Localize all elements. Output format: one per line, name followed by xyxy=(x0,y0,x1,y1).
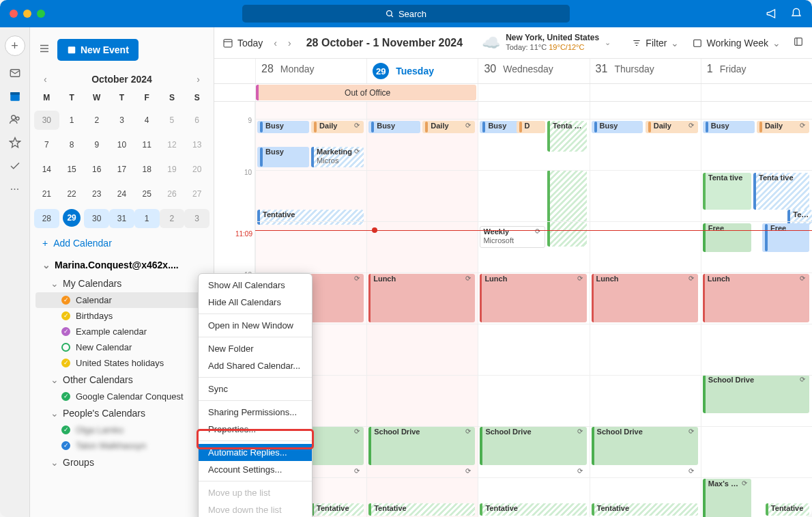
event[interactable]: Tenta tive xyxy=(753,173,809,210)
context-menu-item[interactable]: Sharing Permissions... xyxy=(199,404,312,421)
event[interactable]: School Drive⟳ xyxy=(368,427,475,465)
today-button[interactable]: Today xyxy=(222,38,263,48)
minical-day[interactable]: 13 xyxy=(184,135,209,154)
minical-day[interactable]: 2 xyxy=(84,111,109,130)
event[interactable]: Tentative xyxy=(766,503,809,516)
context-menu-item[interactable]: Open in New Window xyxy=(199,317,312,334)
calendar-icon[interactable] xyxy=(8,90,22,102)
event[interactable]: Busy xyxy=(257,121,309,133)
minical-day[interactable]: 11 xyxy=(134,135,160,154)
minical-day[interactable]: 23 xyxy=(84,184,109,204)
event[interactable]: Busy xyxy=(592,121,643,133)
minical-day[interactable]: 24 xyxy=(109,184,134,204)
minical-day[interactable]: 5 xyxy=(160,111,185,130)
calendar-item[interactable]: ✓Calendar xyxy=(35,292,208,308)
context-menu-item[interactable]: Properties... xyxy=(199,421,312,438)
event[interactable]: School Drive⟳ xyxy=(592,427,698,465)
calendar-group[interactable]: ⌄Other Calendars xyxy=(35,371,208,389)
minical-day[interactable]: 10 xyxy=(109,135,134,154)
event[interactable]: Tentative xyxy=(592,503,698,516)
minical-day[interactable]: 3 xyxy=(109,111,134,130)
calendar-item[interactable]: New Calendar xyxy=(35,339,208,355)
calendar-item[interactable]: ✓Birthdays xyxy=(35,308,208,324)
checkmark-icon[interactable] xyxy=(8,160,22,172)
event[interactable]: Daily⟳ xyxy=(422,121,475,133)
event[interactable]: Lunch⟳ xyxy=(368,274,475,322)
event[interactable]: Tentative xyxy=(480,503,586,516)
minical-day[interactable]: 25 xyxy=(134,184,160,204)
event[interactable]: Busy xyxy=(257,147,309,167)
new-event-button[interactable]: New Event xyxy=(57,39,139,61)
more-icon[interactable]: ··· xyxy=(8,183,22,195)
minical-day[interactable]: 3 xyxy=(184,209,209,228)
minical-day[interactable]: 30 xyxy=(84,209,109,228)
minical-day[interactable]: 30 xyxy=(34,111,59,130)
minical-day[interactable]: 20 xyxy=(184,160,209,179)
event[interactable]: Tenta xyxy=(787,210,812,225)
minical-day[interactable]: 18 xyxy=(134,160,160,179)
mail-icon[interactable] xyxy=(8,67,22,79)
account-row[interactable]: ⌄ Marina.Conquest@x462x.... xyxy=(35,255,208,275)
day-header[interactable]: 28Monday xyxy=(255,59,366,83)
context-menu-item[interactable]: Automatic Replies... xyxy=(199,444,312,461)
minical-day[interactable]: 7 xyxy=(34,135,59,154)
event[interactable]: Busy xyxy=(368,121,420,133)
event[interactable]: Daily⟳ xyxy=(646,121,698,133)
calendar-group[interactable]: ⌄My Calendars xyxy=(35,275,208,292)
compose-button[interactable]: + xyxy=(5,36,25,56)
minical-day[interactable]: 4 xyxy=(134,111,160,130)
megaphone-icon[interactable] xyxy=(766,8,778,20)
event[interactable]: Lunch⟳ xyxy=(703,274,809,322)
calendar-item[interactable]: ✓Google Calendar Conquest xyxy=(35,389,208,404)
minical-day[interactable]: 1 xyxy=(59,111,85,130)
event[interactable]: Free xyxy=(762,223,809,252)
minical-day[interactable]: 14 xyxy=(34,160,59,179)
event[interactable]: School Drive⟳ xyxy=(703,375,809,413)
event[interactable] xyxy=(547,170,587,247)
event[interactable]: WeeklyMicrosoft⟳ xyxy=(480,226,545,248)
day-header[interactable]: 1Friday xyxy=(701,59,812,83)
minical-next[interactable]: › xyxy=(194,72,203,86)
event[interactable]: Lunch⟳ xyxy=(592,274,698,322)
next-week[interactable]: › xyxy=(284,36,295,50)
event[interactable]: Tentative xyxy=(257,210,364,225)
calendar-item[interactable]: ✓United States holidays xyxy=(35,355,208,371)
minical-day[interactable]: 6 xyxy=(184,111,209,130)
event[interactable]: Tentative xyxy=(311,503,364,516)
bell-icon[interactable] xyxy=(790,8,802,20)
minical-day[interactable]: 15 xyxy=(59,160,85,179)
context-menu-item[interactable]: New Folder xyxy=(199,340,312,357)
event[interactable]: Free xyxy=(703,223,751,252)
calendar-item[interactable]: ✓Olga Lamko xyxy=(35,422,208,438)
event[interactable]: School Drive⟳ xyxy=(480,427,586,465)
allday-event-ooo[interactable]: Out of Office xyxy=(256,85,476,100)
context-menu-item[interactable]: Show All Calendars xyxy=(199,277,312,294)
event[interactable]: Tenta tive xyxy=(703,173,751,210)
context-menu-item[interactable]: Sync xyxy=(199,380,312,397)
minimize-window[interactable] xyxy=(23,10,31,18)
minical-day[interactable]: 17 xyxy=(109,160,134,179)
minical-day[interactable]: 12 xyxy=(160,135,185,154)
view-picker[interactable]: Working Week ⌄ xyxy=(693,38,781,48)
prev-week[interactable]: ‹ xyxy=(270,36,281,50)
minical-day[interactable]: 16 xyxy=(84,160,109,179)
day-header[interactable]: 29Tuesday xyxy=(366,59,478,83)
calendar-item[interactable]: ✓Example calendar xyxy=(35,324,208,339)
col-friday[interactable]: BusyDaily⟳Tenta tiveTenta tiveTentaFreeF… xyxy=(701,102,812,517)
day-header[interactable]: 31Thursday xyxy=(590,59,701,83)
minical-day[interactable]: 22 xyxy=(59,184,85,204)
minical-day[interactable]: 28 xyxy=(34,209,59,228)
minical-day[interactable]: 21 xyxy=(34,184,59,204)
event[interactable]: Tentative xyxy=(368,503,475,516)
event[interactable]: MarketingMicros⟳ xyxy=(311,147,364,167)
people-icon[interactable] xyxy=(8,113,22,126)
col-wednesday[interactable]: BusyDTenta tiveWeeklyMicrosoft⟳ Lunch⟳Sc… xyxy=(478,102,589,517)
event[interactable]: D xyxy=(517,121,545,133)
minical-day[interactable]: 9 xyxy=(84,135,109,154)
col-thursday[interactable]: BusyDaily⟳Lunch⟳School Drive⟳Tentative ⟳ xyxy=(590,102,701,517)
calendar-item[interactable]: ✓Talon Malkhassyn xyxy=(35,438,208,453)
maximize-window[interactable] xyxy=(37,10,45,18)
search-input[interactable]: Search xyxy=(242,5,570,23)
minical-day[interactable]: 27 xyxy=(184,184,209,204)
close-window[interactable] xyxy=(10,10,18,18)
